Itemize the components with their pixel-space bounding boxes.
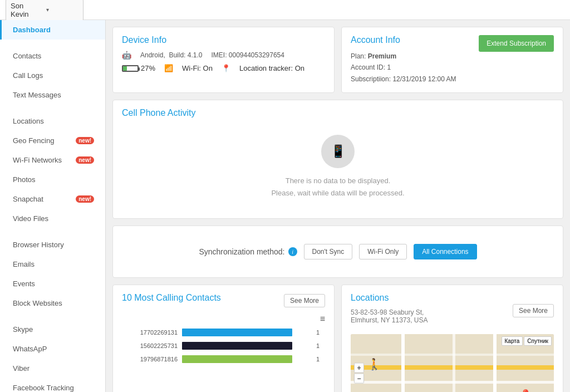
- sidebar-item-wifi-networks[interactable]: Wi-Fi Networksnew!: [0, 150, 105, 170]
- location-address: 53-82-53-98 Seabury St, Elmhurst, NY 113…: [351, 308, 428, 324]
- phone-icon: 📱: [321, 135, 355, 168]
- battery-indicator: 27%: [122, 64, 155, 72]
- map-pin-icon: 📍: [519, 389, 532, 392]
- map-placeholder: Карта Спутник + − 🚶 📍: [351, 334, 554, 392]
- sidebar-item-label: Snapchat: [13, 195, 43, 203]
- cell-activity-card: Cell Phone Activity 📱 There is no data t…: [112, 100, 563, 219]
- sidebar-item-viber[interactable]: Viber: [0, 359, 105, 378]
- account-id-row: Account ID: 1: [351, 62, 456, 73]
- chart-menu-icon[interactable]: ≡: [122, 314, 325, 324]
- all-connections-button[interactable]: All Connections: [414, 244, 476, 259]
- cell-activity-content: 📱 There is no data to be displayed. Plea…: [122, 124, 554, 210]
- sidebar-item-block-websites[interactable]: Block Websites: [0, 293, 105, 313]
- sidebar-badge-new: new!: [76, 137, 94, 144]
- device-info-title: Device Info: [122, 35, 325, 45]
- plan-row: Plan: Premium: [351, 51, 456, 62]
- wifi-only-button[interactable]: Wi-Fi Only: [359, 244, 407, 259]
- sidebar-item-skype[interactable]: Skype: [0, 320, 105, 339]
- row-2: Cell Phone Activity 📱 There is no data t…: [112, 100, 563, 219]
- map-tabs: Карта Спутник: [502, 336, 552, 346]
- cell-activity-title: Cell Phone Activity: [122, 108, 554, 118]
- sidebar-divider: [0, 228, 105, 235]
- bar-row-1: 17702269131 1: [122, 329, 325, 336]
- account-info-title: Account Info Plan: Premium Account ID: 1…: [351, 35, 456, 85]
- map-zoom-in-button[interactable]: +: [354, 363, 364, 373]
- locations-see-more-button[interactable]: See More: [513, 304, 554, 317]
- sidebar-item-label: Call Logs: [13, 71, 43, 80]
- sidebar-item-text-messages[interactable]: Text Messages: [0, 85, 105, 105]
- account-info-card: Account Info Plan: Premium Account ID: 1…: [341, 27, 563, 93]
- dont-sync-button[interactable]: Don't Sync: [304, 244, 353, 259]
- account-info-content: Plan: Premium Account ID: 1 Subscriptiio…: [351, 51, 456, 85]
- sync-controls: Synchronization method: i Don't Sync Wi-…: [122, 234, 554, 270]
- sidebar-divider: [0, 313, 105, 320]
- map-zoom-out-button[interactable]: −: [354, 374, 364, 384]
- bar-value-1: 1: [316, 329, 325, 336]
- sidebar-item-label: Events: [13, 280, 35, 288]
- device-build: Android, Build: 4.1.0: [140, 51, 202, 59]
- locations-title: Locations: [351, 293, 428, 303]
- locations-header: Locations 53-82-53-98 Seabury St, Elmhur…: [351, 293, 554, 329]
- calling-contacts-title: 10 Most Calling Contacts: [122, 293, 221, 303]
- road-vertical-1: [401, 334, 405, 392]
- sidebar-badge-new: new!: [76, 195, 94, 203]
- sidebar-item-label: Block Websites: [13, 299, 62, 307]
- sidebar-item-call-logs[interactable]: Call Logs: [0, 66, 105, 85]
- device-selector[interactable]: Son Kevin ▾: [6, 0, 83, 21]
- bar-label-1: 17702269131: [122, 329, 178, 336]
- no-data-text: There is no data to be displayed. Please…: [122, 175, 554, 199]
- device-info-row-1: 🤖 Android, Build: 4.1.0 IMEI: 0009440532…: [122, 51, 325, 60]
- bar-3: [182, 355, 292, 363]
- device-info-row-2: 27% 📶 Wi-Fi: On 📍 Location tracker: On: [122, 64, 325, 72]
- map-tab-sputnik[interactable]: Спутник: [524, 336, 552, 346]
- account-header-row: Account Info Plan: Premium Account ID: 1…: [351, 35, 554, 85]
- sidebar-badge-new: new!: [76, 156, 94, 164]
- device-label: Son Kevin: [11, 2, 43, 18]
- bar-2: [182, 342, 292, 350]
- extend-subscription-button[interactable]: Extend Subscription: [479, 35, 554, 52]
- bar-label-3: 19796871816: [122, 356, 178, 362]
- sidebar-item-label: Viber: [13, 364, 30, 373]
- sidebar-item-label: Video Files: [13, 214, 48, 223]
- subscription-row: Subscriptiion: 12/31/2019 12:00 AM: [351, 74, 456, 85]
- sidebar-item-label: Photos: [13, 175, 35, 184]
- bar-container-3: [182, 355, 312, 363]
- calling-contacts-header: 10 Most Calling Contacts See More: [122, 293, 325, 308]
- sidebar-item-contacts[interactable]: Contacts: [0, 46, 105, 66]
- sidebar-item-snapchat[interactable]: Snapchatnew!: [0, 189, 105, 209]
- sidebar-item-label: Emails: [13, 260, 35, 268]
- bar-chart: 17702269131 1 15602225731 1: [122, 329, 325, 363]
- sidebar-divider: [0, 40, 105, 46]
- road-vertical-3: [493, 334, 497, 392]
- sidebar-item-dashboard[interactable]: Dashboard: [0, 20, 105, 40]
- map-background: Карта Спутник + − 🚶 📍: [351, 334, 554, 392]
- sidebar-item-label: Contacts: [13, 52, 41, 60]
- bar-container-2: [182, 342, 312, 350]
- wifi-icon: 📶: [164, 64, 173, 72]
- device-imei: IMEI: 000944053297654: [211, 51, 284, 59]
- bar-row-3: 19796871816 1: [122, 355, 325, 363]
- row-1: Device Info 🤖 Android, Build: 4.1.0 IMEI…: [112, 27, 563, 93]
- sidebar-item-whatsapp[interactable]: WhatsApP: [0, 339, 105, 359]
- sidebar-item-video-files[interactable]: Video Files: [0, 209, 105, 228]
- sidebar-item-facebook-tracking[interactable]: Facebook Tracking: [0, 378, 105, 392]
- sidebar-item-browser-history[interactable]: Browser History: [0, 235, 105, 254]
- sidebar-item-label: Browser History: [13, 241, 64, 249]
- sidebar-item-label: Facebook Tracking: [13, 384, 74, 392]
- sidebar-item-photos[interactable]: Photos: [0, 170, 105, 189]
- locations-title-block: Locations 53-82-53-98 Seabury St, Elmhur…: [351, 293, 428, 329]
- sidebar-item-locations[interactable]: Locations: [0, 111, 105, 131]
- sidebar-item-events[interactable]: Events: [0, 274, 105, 293]
- map-zoom-controls: + −: [354, 363, 364, 384]
- sidebar-divider: [0, 105, 105, 111]
- road-thin-1: [351, 354, 554, 356]
- sidebar-item-emails[interactable]: Emails: [0, 254, 105, 274]
- road-vertical-2: [453, 334, 455, 392]
- calling-contacts-see-more-button[interactable]: See More: [284, 294, 325, 307]
- bar-value-3: 1: [316, 356, 325, 362]
- wifi-status: Wi-Fi: On: [182, 64, 213, 72]
- sidebar-item-label: Wi-Fi Networks: [13, 156, 62, 164]
- map-tab-karta[interactable]: Карта: [502, 336, 523, 346]
- sidebar-item-geo-fencing[interactable]: Geo Fencingnew!: [0, 131, 105, 150]
- info-icon: i: [288, 247, 297, 256]
